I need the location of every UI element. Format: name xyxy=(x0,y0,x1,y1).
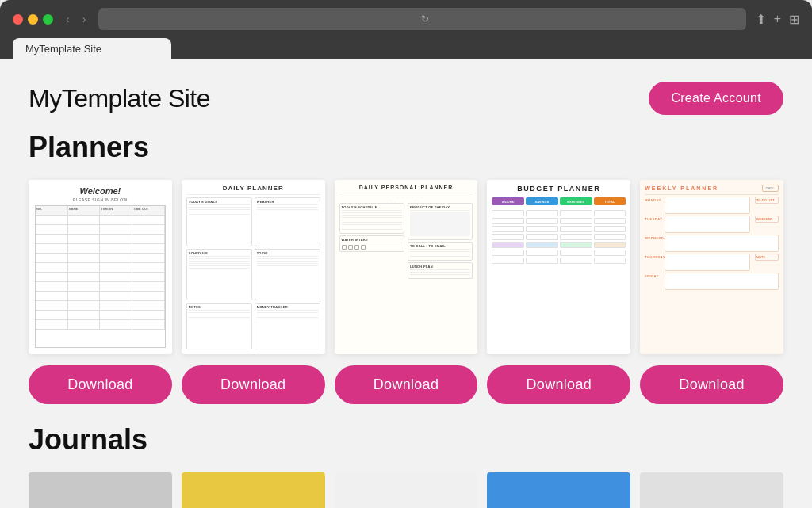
day-label-tuesday: TUESDAY xyxy=(645,216,662,233)
daily-grid: TODAY'S GOALS WEATHER xyxy=(186,197,320,349)
table-row xyxy=(36,254,165,263)
budget-row xyxy=(492,218,626,224)
daily-section-schedule: SCHEDULE xyxy=(186,249,252,300)
budget-preview-content: BUDGET PLANNER INCOME SAVINGS EXPENSES T… xyxy=(487,180,630,354)
create-account-button[interactable]: Create Account xyxy=(649,82,783,115)
daily-section-goals: TODAY'S GOALS xyxy=(186,197,252,246)
signin-welcome-text: Welcome! xyxy=(80,186,121,196)
budget-row xyxy=(492,210,626,216)
planners-grid: Welcome! Please Sign In Below NO. NAME T… xyxy=(29,180,783,404)
product-image xyxy=(410,212,470,236)
daily-preview-content: DAILY PLANNER TODAY'S GOALS xyxy=(182,180,325,354)
day-content-friday xyxy=(665,273,779,290)
minimize-button[interactable] xyxy=(28,14,38,25)
water-tracker xyxy=(342,245,347,250)
daily-section-todo: TO DO xyxy=(255,249,320,300)
journals-section-title: Journals xyxy=(29,423,783,456)
browser-toolbar: ‹ › ↻ ⬆ + ⊞ xyxy=(13,8,799,30)
budget-col-total: TOTAL xyxy=(594,197,626,205)
col-no: NO. xyxy=(36,206,68,215)
weekly-preview-content: WEEKLY PLANNER DATE: MONDAY TO-DO LIST xyxy=(640,180,783,354)
day-content-monday xyxy=(665,197,750,214)
close-button[interactable] xyxy=(13,14,23,25)
table-row xyxy=(36,263,165,273)
budget-col-expenses: EXPENSES xyxy=(560,197,592,205)
template-preview-budget: BUDGET PLANNER INCOME SAVINGS EXPENSES T… xyxy=(487,180,630,354)
signin-subtitle: Please Sign In Below xyxy=(73,197,128,202)
weekly-notes-tuesday: WEEKEND xyxy=(755,216,779,233)
budget-header-text: BUDGET PLANNER xyxy=(492,185,626,195)
template-card-weekly: WEEKLY PLANNER DATE: MONDAY TO-DO LIST xyxy=(640,180,783,404)
reload-icon[interactable]: ↻ xyxy=(421,13,429,25)
table-row xyxy=(36,244,165,254)
budget-col-income: INCOME xyxy=(492,197,524,205)
template-card-daily: DAILY PLANNER TODAY'S GOALS xyxy=(182,180,325,404)
site-header: MyTemplate Site Create Account xyxy=(29,59,783,131)
personal-col-left: TODAY'S SCHEDULE xyxy=(339,203,404,349)
table-row xyxy=(36,292,165,301)
budget-row xyxy=(492,242,626,248)
weekly-row-friday: FRIDAY xyxy=(645,273,779,290)
personal-subtitle: · · · · · · · · xyxy=(339,195,473,199)
weekly-note-thursday: NOTE xyxy=(755,254,779,271)
day-label-monday: MONDAY xyxy=(645,197,662,214)
template-card-budget: BUDGET PLANNER INCOME SAVINGS EXPENSES T… xyxy=(487,180,630,404)
browser-tabs: MyTemplate Site xyxy=(13,38,799,59)
budget-row xyxy=(492,250,626,256)
traffic-lights xyxy=(13,14,53,25)
table-row xyxy=(36,225,165,235)
page-wrapper: MyTemplate Site Create Account Planners … xyxy=(0,59,812,508)
new-tab-icon[interactable]: + xyxy=(774,12,781,26)
budget-col-headers: INCOME SAVINGS EXPENSES TOTAL xyxy=(492,197,626,205)
template-card-personal: DAILY PERSONAL PLANNER · · · · · · · · T… xyxy=(335,180,478,404)
planners-section: Planners Welcome! Please Sign In Below N… xyxy=(29,131,783,404)
daily-section-weather: WEATHER xyxy=(255,197,320,246)
weekly-todo-monday: TO-DO LIST xyxy=(755,197,779,214)
table-row xyxy=(36,301,165,311)
col-timeout: TIME OUT xyxy=(132,206,165,215)
water-tracker xyxy=(354,245,359,250)
download-button-weekly[interactable]: Download xyxy=(640,365,783,404)
table-row xyxy=(36,282,165,292)
day-label-friday: FRIDAY xyxy=(645,273,662,290)
download-button-budget[interactable]: Download xyxy=(487,365,630,404)
forward-button[interactable]: › xyxy=(79,11,90,27)
personal-preview-content: DAILY PERSONAL PLANNER · · · · · · · · T… xyxy=(335,180,478,354)
page-content: MyTemplate Site Create Account Planners … xyxy=(0,59,812,508)
active-tab[interactable]: MyTemplate Site xyxy=(13,38,171,59)
day-label-wednesday: WEDNESDAY xyxy=(645,235,662,252)
template-preview-weekly: WEEKLY PLANNER DATE: MONDAY TO-DO LIST xyxy=(640,180,783,354)
weekly-row-wednesday: WEDNESDAY xyxy=(645,235,779,252)
template-preview-personal: DAILY PERSONAL PLANNER · · · · · · · · T… xyxy=(335,180,478,354)
template-preview-daily: DAILY PLANNER TODAY'S GOALS xyxy=(182,180,325,354)
journal-card-2 xyxy=(182,472,325,508)
template-preview-signin: Welcome! Please Sign In Below NO. NAME T… xyxy=(29,180,172,354)
maximize-button[interactable] xyxy=(43,14,53,25)
weekly-row-thursday: THURSDAY NOTE xyxy=(645,254,779,271)
download-button-personal[interactable]: Download xyxy=(335,365,478,404)
journal-card-1 xyxy=(29,472,172,508)
download-button-signin[interactable]: Download xyxy=(29,365,172,404)
back-button[interactable]: ‹ xyxy=(63,11,73,27)
weekly-title-text: WEEKLY PLANNER xyxy=(645,185,718,191)
personal-header-text: DAILY PERSONAL PLANNER xyxy=(339,185,473,193)
col-name: NAME xyxy=(68,206,101,215)
browser-window: ‹ › ↻ ⬆ + ⊞ MyTemplate Site xyxy=(0,0,812,59)
table-header-row: NO. NAME TIME IN TIME OUT xyxy=(36,206,165,216)
journal-card-4 xyxy=(487,472,630,508)
col-timein: TIME IN xyxy=(100,206,132,215)
table-row xyxy=(36,320,165,330)
day-content-wednesday xyxy=(665,235,779,252)
tabs-grid-icon[interactable]: ⊞ xyxy=(789,12,799,27)
table-row xyxy=(36,273,165,282)
budget-col-savings: SAVINGS xyxy=(526,197,558,205)
journal-card-5 xyxy=(640,472,783,508)
budget-row xyxy=(492,234,626,240)
table-row xyxy=(36,235,165,244)
daily-header-text: DAILY PLANNER xyxy=(186,185,320,195)
address-bar[interactable]: ↻ xyxy=(98,8,745,30)
budget-row xyxy=(492,258,626,264)
download-button-daily[interactable]: Download xyxy=(182,365,325,404)
share-icon[interactable]: ⬆ xyxy=(756,12,766,27)
day-label-thursday: THURSDAY xyxy=(645,254,662,271)
